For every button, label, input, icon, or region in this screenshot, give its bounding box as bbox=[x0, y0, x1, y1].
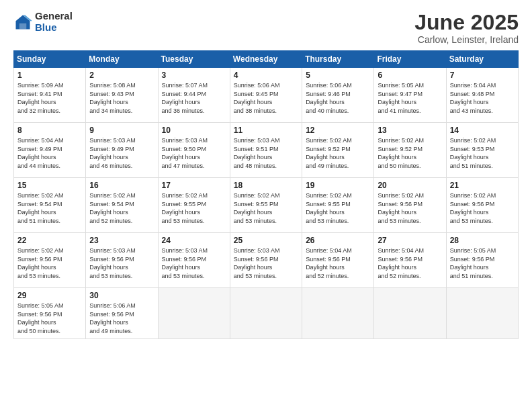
day-number: 8 bbox=[17, 126, 82, 135]
day-info: Sunrise: 5:02 AM Sunset: 9:53 PM Dayligh… bbox=[450, 136, 515, 170]
day-info: Sunrise: 5:04 AM Sunset: 9:56 PM Dayligh… bbox=[378, 246, 442, 280]
day-number: 15 bbox=[17, 181, 82, 190]
col-sunday: Sunday bbox=[14, 51, 86, 68]
logo-general-text: General bbox=[35, 11, 73, 22]
day-cell: 20 Sunrise: 5:02 AM Sunset: 9:56 PM Dayl… bbox=[374, 178, 446, 233]
day-number: 4 bbox=[234, 71, 298, 80]
day-number: 1 bbox=[17, 71, 82, 80]
day-cell: 3 Sunrise: 5:07 AM Sunset: 9:44 PM Dayli… bbox=[158, 68, 230, 123]
header: General Blue June 2025 Carlow, Leinster,… bbox=[13, 11, 519, 45]
empty-cell bbox=[446, 288, 518, 338]
day-number: 22 bbox=[17, 236, 82, 245]
day-number: 25 bbox=[234, 236, 298, 245]
col-wednesday: Wednesday bbox=[230, 51, 302, 68]
day-info: Sunrise: 5:02 AM Sunset: 9:56 PM Dayligh… bbox=[450, 191, 515, 225]
day-cell: 19 Sunrise: 5:02 AM Sunset: 9:55 PM Dayl… bbox=[302, 178, 374, 233]
col-saturday: Saturday bbox=[446, 51, 518, 68]
day-info: Sunrise: 5:04 AM Sunset: 9:49 PM Dayligh… bbox=[17, 136, 82, 170]
day-info: Sunrise: 5:05 AM Sunset: 9:56 PM Dayligh… bbox=[450, 246, 515, 280]
day-cell: 24 Sunrise: 5:03 AM Sunset: 9:56 PM Dayl… bbox=[158, 233, 230, 288]
day-cell: 6 Sunrise: 5:05 AM Sunset: 9:47 PM Dayli… bbox=[374, 68, 446, 123]
logo-icon bbox=[13, 13, 32, 32]
col-friday: Friday bbox=[374, 51, 446, 68]
day-cell: 13 Sunrise: 5:02 AM Sunset: 9:52 PM Dayl… bbox=[374, 123, 446, 178]
day-number: 3 bbox=[162, 71, 226, 80]
day-number: 19 bbox=[306, 181, 370, 190]
day-cell: 2 Sunrise: 5:08 AM Sunset: 9:43 PM Dayli… bbox=[86, 68, 158, 123]
day-cell: 26 Sunrise: 5:04 AM Sunset: 9:56 PM Dayl… bbox=[302, 233, 374, 288]
day-info: Sunrise: 5:02 AM Sunset: 9:56 PM Dayligh… bbox=[378, 191, 442, 225]
day-info: Sunrise: 5:02 AM Sunset: 9:52 PM Dayligh… bbox=[306, 136, 370, 170]
day-number: 29 bbox=[17, 291, 82, 300]
day-number: 6 bbox=[378, 71, 442, 80]
day-number: 17 bbox=[162, 181, 226, 190]
day-cell: 29 Sunrise: 5:05 AM Sunset: 9:56 PM Dayl… bbox=[14, 288, 86, 338]
day-number: 20 bbox=[378, 181, 442, 190]
day-cell: 8 Sunrise: 5:04 AM Sunset: 9:49 PM Dayli… bbox=[14, 123, 86, 178]
day-number: 9 bbox=[89, 126, 154, 135]
day-number: 13 bbox=[378, 126, 442, 135]
day-cell: 30 Sunrise: 5:06 AM Sunset: 9:56 PM Dayl… bbox=[86, 288, 158, 338]
day-info: Sunrise: 5:03 AM Sunset: 9:56 PM Dayligh… bbox=[234, 246, 298, 280]
day-info: Sunrise: 5:02 AM Sunset: 9:55 PM Dayligh… bbox=[234, 191, 298, 225]
day-cell: 14 Sunrise: 5:02 AM Sunset: 9:53 PM Dayl… bbox=[446, 123, 518, 178]
col-tuesday: Tuesday bbox=[158, 51, 230, 68]
day-number: 5 bbox=[306, 71, 370, 80]
calendar-row: 1 Sunrise: 5:09 AMSunset: 9:41 PMDayligh… bbox=[14, 68, 519, 123]
empty-cell bbox=[230, 288, 302, 338]
day-number: 28 bbox=[450, 236, 515, 245]
day-cell: 25 Sunrise: 5:03 AM Sunset: 9:56 PM Dayl… bbox=[230, 233, 302, 288]
empty-cell bbox=[374, 288, 446, 338]
day-cell: 16 Sunrise: 5:02 AM Sunset: 9:54 PM Dayl… bbox=[86, 178, 158, 233]
day-number: 11 bbox=[234, 126, 298, 135]
day-number: 21 bbox=[450, 181, 515, 190]
day-info: Sunrise: 5:06 AM Sunset: 9:46 PM Dayligh… bbox=[306, 81, 370, 115]
day-number: 2 bbox=[89, 71, 154, 80]
day-info: Sunrise: 5:03 AM Sunset: 9:51 PM Dayligh… bbox=[234, 136, 298, 170]
day-info: Sunrise: 5:02 AM Sunset: 9:54 PM Dayligh… bbox=[89, 191, 154, 225]
day-cell: 28 Sunrise: 5:05 AM Sunset: 9:56 PM Dayl… bbox=[446, 233, 518, 288]
day-number: 18 bbox=[234, 181, 298, 190]
day-number: 30 bbox=[89, 291, 154, 300]
day-info: Sunrise: 5:02 AM Sunset: 9:55 PM Dayligh… bbox=[162, 191, 226, 225]
day-cell: 4 Sunrise: 5:06 AM Sunset: 9:45 PM Dayli… bbox=[230, 68, 302, 123]
day-info: Sunrise: 5:09 AMSunset: 9:41 PMDaylight … bbox=[17, 81, 82, 115]
day-info: Sunrise: 5:03 AM Sunset: 9:56 PM Dayligh… bbox=[162, 246, 226, 280]
title-block: June 2025 Carlow, Leinster, Ireland bbox=[414, 11, 519, 45]
day-cell: 7 Sunrise: 5:04 AM Sunset: 9:48 PM Dayli… bbox=[446, 68, 518, 123]
day-info: Sunrise: 5:03 AM Sunset: 9:49 PM Dayligh… bbox=[89, 136, 154, 170]
day-info: Sunrise: 5:05 AM Sunset: 9:56 PM Dayligh… bbox=[17, 302, 82, 335]
day-info: Sunrise: 5:06 AM Sunset: 9:45 PM Dayligh… bbox=[234, 81, 298, 115]
day-number: 27 bbox=[378, 236, 442, 245]
day-cell: 22 Sunrise: 5:02 AM Sunset: 9:56 PM Dayl… bbox=[14, 233, 86, 288]
day-cell: 18 Sunrise: 5:02 AM Sunset: 9:55 PM Dayl… bbox=[230, 178, 302, 233]
day-cell: 9 Sunrise: 5:03 AM Sunset: 9:49 PM Dayli… bbox=[86, 123, 158, 178]
day-cell: 17 Sunrise: 5:02 AM Sunset: 9:55 PM Dayl… bbox=[158, 178, 230, 233]
day-info: Sunrise: 5:08 AM Sunset: 9:43 PM Dayligh… bbox=[89, 81, 154, 115]
day-number: 12 bbox=[306, 126, 370, 135]
calendar-header-row: Sunday Monday Tuesday Wednesday Thursday… bbox=[14, 51, 519, 68]
calendar-table: Sunday Monday Tuesday Wednesday Thursday… bbox=[13, 50, 519, 338]
day-info: Sunrise: 5:05 AM Sunset: 9:47 PM Dayligh… bbox=[378, 81, 442, 115]
day-number: 23 bbox=[89, 236, 154, 245]
day-info: Sunrise: 5:04 AM Sunset: 9:56 PM Dayligh… bbox=[306, 246, 370, 280]
calendar-title: June 2025 bbox=[414, 11, 519, 34]
calendar-row: 22 Sunrise: 5:02 AM Sunset: 9:56 PM Dayl… bbox=[14, 233, 519, 288]
empty-cell bbox=[158, 288, 230, 338]
col-monday: Monday bbox=[86, 51, 158, 68]
day-cell: 27 Sunrise: 5:04 AM Sunset: 9:56 PM Dayl… bbox=[374, 233, 446, 288]
day-info: Sunrise: 5:02 AM Sunset: 9:52 PM Dayligh… bbox=[378, 136, 442, 170]
day-number: 24 bbox=[162, 236, 226, 245]
day-cell: 11 Sunrise: 5:03 AM Sunset: 9:51 PM Dayl… bbox=[230, 123, 302, 178]
day-number: 7 bbox=[450, 71, 515, 80]
day-cell: 21 Sunrise: 5:02 AM Sunset: 9:56 PM Dayl… bbox=[446, 178, 518, 233]
day-info: Sunrise: 5:03 AM Sunset: 9:50 PM Dayligh… bbox=[162, 136, 226, 170]
day-number: 10 bbox=[162, 126, 226, 135]
svg-rect-2 bbox=[19, 23, 27, 29]
day-cell: 15 Sunrise: 5:02 AM Sunset: 9:54 PM Dayl… bbox=[14, 178, 86, 233]
day-cell: 10 Sunrise: 5:03 AM Sunset: 9:50 PM Dayl… bbox=[158, 123, 230, 178]
day-number: 26 bbox=[306, 236, 370, 245]
empty-cell bbox=[302, 288, 374, 338]
calendar-row: 15 Sunrise: 5:02 AM Sunset: 9:54 PM Dayl… bbox=[14, 178, 519, 233]
day-number: 16 bbox=[89, 181, 154, 190]
